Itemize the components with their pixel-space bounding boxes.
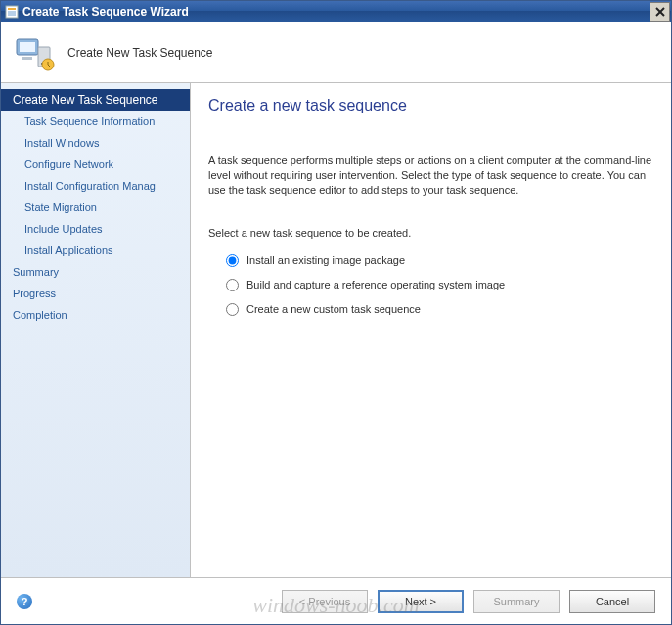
next-button[interactable]: Next > bbox=[378, 590, 464, 613]
close-button[interactable] bbox=[650, 2, 670, 22]
sidebar-item-label: Summary bbox=[13, 266, 59, 278]
option-label: Install an existing image package bbox=[246, 254, 405, 266]
sidebar-item-completion[interactable]: Completion bbox=[1, 304, 190, 326]
page-heading: Create a new task sequence bbox=[208, 97, 653, 114]
sidebar-item-label: Configure Network bbox=[24, 158, 113, 170]
option-row[interactable]: Create a new custom task sequence bbox=[208, 297, 653, 322]
option-row[interactable]: Build and capture a reference operating … bbox=[208, 273, 653, 297]
sidebar-item-install-configuration-manag[interactable]: Install Configuration Manag bbox=[1, 175, 190, 197]
sidebar-item-label: Progress bbox=[13, 288, 56, 299]
option-radio[interactable] bbox=[226, 254, 239, 267]
option-row[interactable]: Install an existing image package bbox=[208, 248, 653, 273]
wizard-content: Create a new task sequence A task sequen… bbox=[191, 83, 671, 577]
sidebar-item-label: Task Sequence Information bbox=[24, 115, 155, 127]
title-bar: Create Task Sequence Wizard bbox=[1, 1, 671, 22]
sidebar-item-include-updates[interactable]: Include Updates bbox=[1, 218, 190, 240]
svg-rect-7 bbox=[22, 57, 32, 60]
svg-rect-1 bbox=[8, 8, 16, 10]
sidebar-item-configure-network[interactable]: Configure Network bbox=[1, 154, 190, 175]
sidebar-item-label: Install Configuration Manag bbox=[24, 180, 156, 192]
sidebar-item-label: Include Updates bbox=[24, 223, 103, 235]
option-radio[interactable] bbox=[226, 303, 239, 316]
window-title: Create Task Sequence Wizard bbox=[22, 5, 189, 19]
wizard-window: Create Task Sequence Wizard Create New T… bbox=[0, 0, 672, 625]
sidebar-item-install-windows[interactable]: Install Windows bbox=[1, 132, 190, 154]
wizard-icon bbox=[5, 5, 19, 19]
previous-button[interactable]: < Previous bbox=[282, 590, 368, 613]
sidebar-item-task-sequence-information[interactable]: Task Sequence Information bbox=[1, 111, 190, 132]
help-icon[interactable]: ? bbox=[17, 594, 32, 609]
wizard-sidebar: Create New Task SequenceTask Sequence In… bbox=[1, 83, 191, 577]
sidebar-item-create-new-task-sequence[interactable]: Create New Task Sequence bbox=[1, 89, 190, 111]
summary-button[interactable]: Summary bbox=[473, 590, 560, 613]
sidebar-item-label: Completion bbox=[13, 309, 67, 321]
banner: Create New Task Sequence bbox=[1, 22, 671, 83]
option-radio[interactable] bbox=[226, 279, 239, 291]
sidebar-item-state-migration[interactable]: State Migration bbox=[1, 197, 190, 218]
selection-prompt: Select a new task sequence to be created… bbox=[208, 227, 653, 239]
task-type-options: Install an existing image packageBuild a… bbox=[208, 248, 653, 322]
sidebar-item-install-applications[interactable]: Install Applications bbox=[1, 240, 190, 261]
page-description: A task sequence performs multiple steps … bbox=[208, 154, 653, 198]
wizard-footer: ? < Previous Next > Summary Cancel bbox=[1, 577, 671, 624]
sidebar-item-progress[interactable]: Progress bbox=[1, 283, 190, 304]
sidebar-item-label: State Migration bbox=[24, 201, 97, 213]
option-label: Build and capture a reference operating … bbox=[246, 279, 505, 290]
close-icon bbox=[655, 7, 665, 17]
sidebar-item-label: Create New Task Sequence bbox=[13, 93, 158, 107]
cancel-button[interactable]: Cancel bbox=[569, 590, 655, 613]
option-label: Create a new custom task sequence bbox=[246, 303, 421, 315]
banner-icon bbox=[13, 31, 56, 74]
sidebar-item-label: Install Windows bbox=[24, 137, 99, 149]
sidebar-item-summary[interactable]: Summary bbox=[1, 261, 190, 283]
sidebar-item-label: Install Applications bbox=[24, 245, 113, 256]
svg-rect-2 bbox=[8, 11, 16, 16]
svg-rect-6 bbox=[20, 42, 35, 52]
banner-subtitle: Create New Task Sequence bbox=[67, 46, 213, 60]
